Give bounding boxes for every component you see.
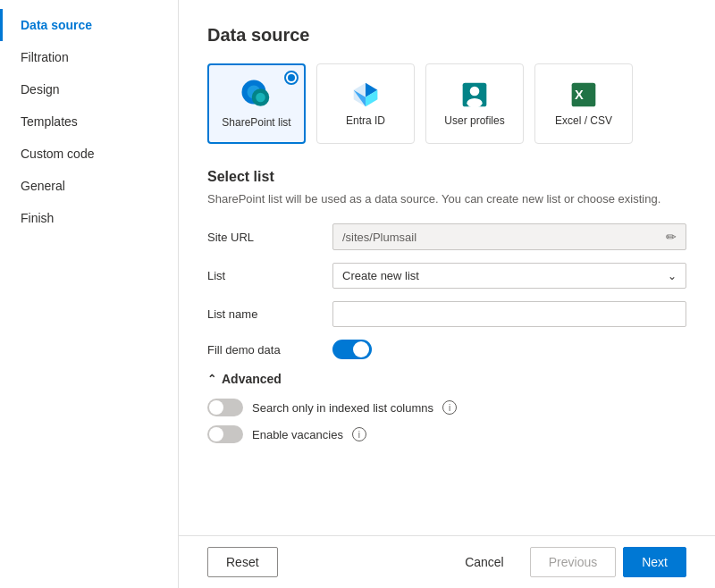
svg-point-10 <box>467 98 482 108</box>
content-area: Data source SharePoint list <box>179 0 715 535</box>
card-sharepoint-label: SharePoint list <box>222 116 290 129</box>
fill-demo-label: Fill demo data <box>207 343 332 357</box>
card-user-profiles[interactable]: User profiles <box>425 63 524 144</box>
list-select[interactable]: Create new list ⌄ <box>332 263 686 289</box>
list-control: Create new list ⌄ <box>332 263 686 289</box>
card-sharepoint[interactable]: SharePoint list <box>207 63 306 144</box>
entra-icon <box>351 80 380 109</box>
list-name-control <box>332 301 686 327</box>
list-name-input[interactable] <box>332 301 686 327</box>
fill-demo-toggle[interactable] <box>332 340 372 359</box>
vacancies-label: Enable vacancies <box>252 428 343 441</box>
advanced-title: Advanced <box>222 372 282 386</box>
sidebar-item-general[interactable]: General <box>0 170 178 202</box>
main-panel: Data source SharePoint list <box>179 0 715 588</box>
excel-icon: X <box>569 80 598 109</box>
indexed-info-icon[interactable]: i <box>442 400 457 415</box>
cancel-button[interactable]: Cancel <box>446 547 523 577</box>
svg-point-9 <box>470 87 480 97</box>
sidebar-item-templates[interactable]: Templates <box>0 105 178 138</box>
sidebar-item-custom-code[interactable]: Custom code <box>0 138 178 170</box>
select-list-desc: SharePoint list will be used as a data s… <box>207 192 686 206</box>
sidebar-item-design[interactable]: Design <box>0 73 178 105</box>
previous-button: Previous <box>530 547 616 577</box>
page-title: Data source <box>207 25 686 46</box>
site-url-input[interactable] <box>333 225 657 249</box>
vacancies-info-icon[interactable]: i <box>352 427 366 441</box>
sidebar: Data source Filtration Design Templates … <box>0 0 179 588</box>
site-url-label: Site URL <box>207 231 332 244</box>
fill-demo-control <box>332 340 686 359</box>
site-url-control: ✏ <box>332 223 686 250</box>
sidebar-item-finish[interactable]: Finish <box>0 202 178 234</box>
fill-demo-row: Fill demo data <box>207 340 686 359</box>
card-entra[interactable]: Entra ID <box>316 63 415 144</box>
radio-sharepoint <box>284 71 299 85</box>
list-name-label: List name <box>207 307 332 321</box>
edit-icon[interactable]: ✏ <box>657 224 686 249</box>
svg-text:X: X <box>575 88 584 102</box>
indexed-label: Search only in indexed list columns <box>252 401 433 415</box>
datasource-cards: SharePoint list Entra ID Us <box>207 63 686 144</box>
card-excel-csv-label: Excel / CSV <box>555 114 612 127</box>
advanced-row-vacancies: Enable vacancies i <box>207 425 686 443</box>
sidebar-item-filtration[interactable]: Filtration <box>0 41 178 73</box>
indexed-toggle[interactable] <box>207 399 243 416</box>
list-select-value: Create new list <box>342 269 419 282</box>
next-button[interactable]: Next <box>623 547 686 577</box>
list-row: List Create new list ⌄ <box>207 263 686 289</box>
user-profiles-icon <box>460 80 489 109</box>
footer-left: Reset <box>207 547 446 577</box>
advanced-header[interactable]: ⌃ Advanced <box>207 372 686 386</box>
footer: Reset Cancel Previous Next <box>179 535 715 588</box>
advanced-row-indexed: Search only in indexed list columns i <box>207 399 686 416</box>
site-url-input-wrapper: ✏ <box>332 223 686 250</box>
list-name-row: List name <box>207 301 686 327</box>
card-entra-label: Entra ID <box>346 114 385 127</box>
svg-point-3 <box>256 93 265 103</box>
footer-right: Cancel Previous Next <box>446 547 686 577</box>
reset-button[interactable]: Reset <box>207 547 278 577</box>
select-list-title: Select list <box>207 169 686 185</box>
chevron-down-icon: ⌄ <box>668 270 677 282</box>
vacancies-toggle[interactable] <box>207 425 243 443</box>
advanced-chevron-icon: ⌃ <box>207 373 216 385</box>
card-user-profiles-label: User profiles <box>444 114 504 127</box>
sharepoint-icon <box>240 79 273 111</box>
sidebar-item-data-source[interactable]: Data source <box>0 9 178 41</box>
card-excel-csv[interactable]: X Excel / CSV <box>534 63 633 144</box>
list-label: List <box>207 269 332 282</box>
site-url-row: Site URL ✏ <box>207 223 686 250</box>
